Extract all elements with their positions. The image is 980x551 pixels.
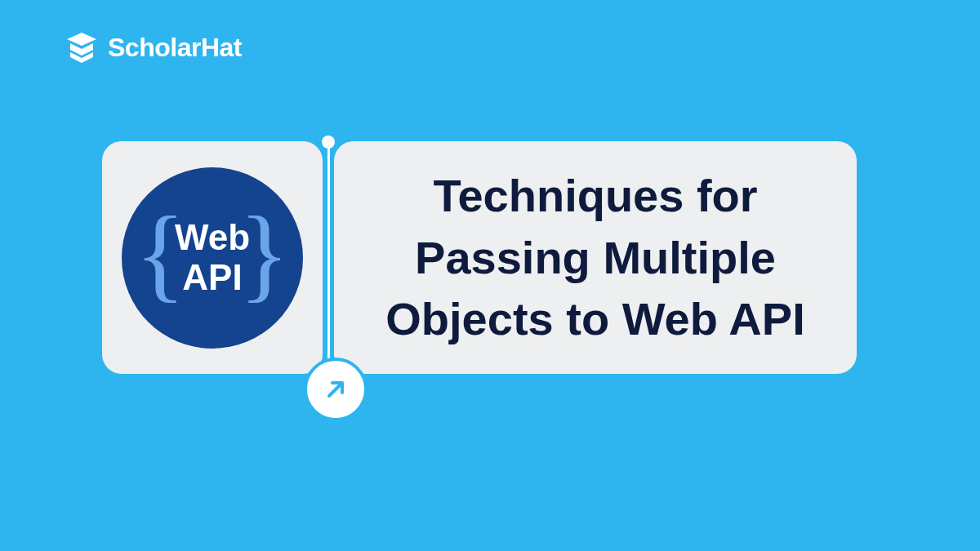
left-card: { Web API } xyxy=(102,141,323,374)
right-card: Techniques for Passing Multiple Objects … xyxy=(334,141,857,374)
brace-left-icon: { xyxy=(135,200,185,306)
connector-dot-icon xyxy=(322,136,335,149)
content-container: { Web API } Techniques for Passing Multi… xyxy=(102,141,857,374)
connector xyxy=(323,141,334,374)
connector-line-icon xyxy=(327,141,330,374)
scholarhat-icon xyxy=(64,31,100,64)
arrow-up-right-icon xyxy=(323,376,349,402)
brace-right-icon: } xyxy=(239,200,290,306)
brand-logo: ScholarHat xyxy=(64,31,242,64)
arrow-button[interactable] xyxy=(304,358,368,421)
article-title: Techniques for Passing Multiple Objects … xyxy=(367,165,824,350)
brand-name: ScholarHat xyxy=(108,33,242,63)
web-api-badge: { Web API } xyxy=(122,167,303,349)
